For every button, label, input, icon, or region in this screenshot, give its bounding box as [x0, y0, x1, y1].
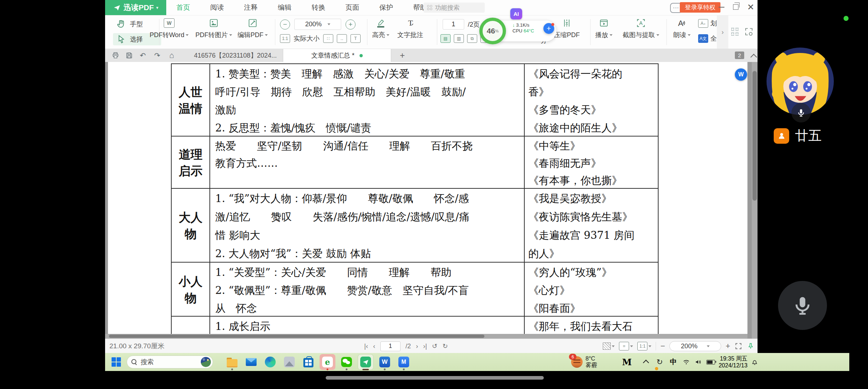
menu-tab-0[interactable]: 首页 — [166, 3, 200, 12]
restore-button[interactable] — [733, 4, 738, 10]
page-number-input[interactable]: 1 — [443, 19, 464, 30]
app-logo[interactable]: 迅读PDF ▾ — [105, 0, 166, 15]
undo-icon[interactable]: ↶ — [138, 51, 148, 60]
page-size-label: 21.00 x 29.70厘米 — [109, 339, 164, 353]
page-input[interactable]: 1 — [380, 341, 401, 351]
taskbar-search[interactable]: 搜索 — [127, 356, 213, 368]
next-page-button[interactable]: › — [416, 343, 418, 350]
taskbar-app-edge[interactable] — [262, 354, 278, 370]
function-search-box[interactable]: 功能搜索 — [424, 3, 485, 13]
word-highlight-label: 划 — [710, 19, 717, 28]
collapse-chevron-icon[interactable] — [750, 54, 757, 60]
new-tab-button[interactable]: + — [397, 50, 407, 61]
horizontal-scrollbar[interactable] — [105, 334, 747, 339]
prev-page-button[interactable]: ‹ — [373, 343, 375, 350]
fit-page-icon[interactable]: ∷ — [323, 34, 333, 43]
notification-bell-icon[interactable] — [749, 353, 760, 371]
full-translate-button[interactable]: A文 全 — [698, 34, 717, 43]
last-page-button[interactable]: ›| — [423, 343, 427, 350]
save-icon[interactable] — [125, 51, 134, 60]
battery-icon[interactable] — [705, 353, 717, 371]
close-button[interactable]: ✕ — [746, 3, 755, 12]
widget-add-button[interactable]: + — [543, 23, 554, 34]
volume-icon[interactable] — [693, 353, 704, 371]
category-cell: 小人物 — [172, 263, 209, 317]
zoom-level-select[interactable]: 200% — [294, 19, 341, 30]
tab-count-badge[interactable]: 2 — [735, 52, 744, 59]
zoom-out-button[interactable]: − — [280, 19, 290, 30]
two-page-view-icon[interactable]: ▥ — [454, 34, 464, 43]
weather-widget[interactable]: 6 8°C雾霾 — [571, 353, 597, 371]
fullscreen-icon[interactable] — [734, 342, 742, 350]
mic-icon — [791, 294, 814, 317]
pdf-to-word-float-button[interactable]: W — [735, 68, 747, 81]
first-page-button[interactable]: |‹ — [364, 343, 368, 350]
actual-size-label[interactable]: 实际大小 — [294, 34, 320, 43]
start-button[interactable] — [112, 357, 121, 367]
menu-tab-4[interactable]: 转换 — [302, 3, 335, 12]
doc-tab-1[interactable]: 416576【20231108】2024... — [188, 49, 283, 62]
login-button[interactable]: 登录享特权 — [680, 2, 720, 13]
taskbar-app-mail[interactable] — [243, 354, 259, 370]
fit-text-icon[interactable]: T — [351, 34, 361, 43]
ribbon-expand-button[interactable]: › — [717, 15, 728, 49]
zoom-in-button[interactable]: + — [345, 19, 356, 30]
menu-tab-5[interactable]: 页面 — [335, 3, 369, 12]
menu-tab-3[interactable]: 编辑 — [268, 3, 302, 12]
zoom-out-button[interactable]: − — [660, 341, 665, 351]
ai-assistant-badge[interactable]: AI — [510, 8, 522, 19]
print-icon[interactable] — [111, 51, 120, 60]
document-area[interactable]: 人世温情1. 赞美型：赞美 理解 感激 关心/关爱 尊重/敬重呼吁/引导 期待 … — [105, 62, 758, 339]
rotate-left-icon[interactable]: ↺ — [432, 342, 437, 350]
microphone-button[interactable] — [778, 281, 827, 330]
vertical-scrollbar-thumb[interactable] — [752, 71, 757, 201]
taskbar-app-store[interactable] — [300, 354, 316, 370]
zoom-level-select[interactable]: 200% — [669, 341, 721, 351]
actual-size-button[interactable]: 1:1 — [637, 342, 651, 350]
hidden-icons-chevron[interactable] — [641, 353, 651, 371]
pin-icon[interactable] — [747, 342, 755, 350]
taskbar-app-word[interactable]: W — [377, 354, 393, 370]
doc-tab-2[interactable]: 文章情感汇总 * — [283, 49, 391, 62]
minimize-button[interactable] — [719, 7, 724, 8]
word-highlight-button[interactable]: A₊ 划 — [698, 19, 717, 28]
horizontal-scrollbar-thumb[interactable] — [109, 335, 484, 338]
screenshot-extract-button[interactable]: A 截图与提取 — [618, 18, 664, 39]
text-annotation-button[interactable]: T 文字批注 — [393, 18, 428, 39]
read-aloud-button[interactable]: A 朗读 — [669, 18, 695, 39]
play-button[interactable]: 播放 — [592, 18, 616, 39]
book-view-icon[interactable]: ⧉ — [467, 34, 477, 43]
ime-indicator[interactable]: 中 — [668, 353, 679, 371]
edit-pdf-button[interactable]: 编辑PDF — [234, 18, 271, 39]
taskbar-app-photos[interactable] — [281, 354, 297, 370]
redo-icon[interactable]: ↷ — [153, 51, 162, 60]
wifi-icon[interactable] — [681, 353, 692, 371]
menu-tab-1[interactable]: 阅读 — [200, 3, 234, 12]
vertical-scrollbar[interactable] — [752, 62, 758, 339]
drag-grid-icon[interactable] — [731, 28, 739, 36]
video-progress-bar[interactable] — [326, 376, 544, 380]
zoom-in-button[interactable]: + — [725, 341, 730, 351]
taskbar-app-file-explorer[interactable] — [224, 354, 240, 370]
m-tray-app-icon[interactable]: M — [620, 353, 633, 371]
ribbon-settings-icon[interactable] — [744, 27, 754, 38]
dropdown-caret-icon — [265, 34, 268, 36]
clock[interactable]: 19:35 周五2024/12/13 — [718, 353, 749, 371]
sync-tray-icon[interactable]: ↻ — [654, 353, 665, 371]
fit-width-icon[interactable]: ‥ — [337, 34, 347, 43]
menu-tab-2[interactable]: 注释 — [234, 3, 268, 12]
taskbar-app-browser-360[interactable]: e — [320, 354, 335, 370]
taskbar-app-m-office[interactable]: M — [396, 354, 412, 370]
single-page-view-icon[interactable]: ▤ — [440, 34, 451, 43]
system-monitor-widget[interactable]: ↓ 3.1K/s CPU 64°C 46% + — [479, 16, 566, 46]
fit-page-button[interactable]: = — [619, 342, 633, 350]
menu-tab-6[interactable]: 保护 — [369, 3, 403, 12]
rotate-right-icon[interactable]: ↻ — [442, 342, 448, 350]
taskbar-app-xundu-pdf[interactable] — [358, 354, 374, 370]
pdf-to-word-button[interactable]: W PDF转Word — [148, 18, 191, 39]
background-style-button[interactable] — [603, 343, 615, 350]
home-icon[interactable]: ⌂ — [167, 51, 176, 60]
highlight-button[interactable]: 高亮 — [368, 18, 394, 39]
pdf-to-image-button[interactable]: PDF转图片 — [191, 18, 236, 39]
taskbar-app-wechat[interactable] — [339, 354, 354, 370]
